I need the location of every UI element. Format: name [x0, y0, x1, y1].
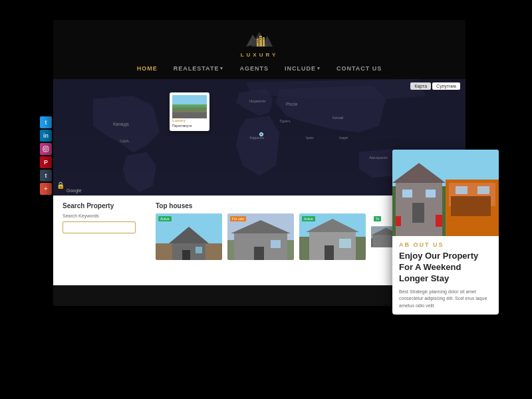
map-popup-title: Luxury	[172, 118, 207, 122]
svg-text:Норвегія: Норвегія	[249, 99, 265, 103]
pinterest-button[interactable]: P	[40, 156, 52, 168]
map-controls: Карта Супутник	[410, 82, 460, 90]
svg-rect-45	[325, 245, 334, 260]
svg-rect-46	[339, 239, 351, 248]
google-label: Google	[66, 188, 82, 193]
svg-text:Канада: Канада	[113, 122, 129, 127]
linkedin-button[interactable]: in	[40, 130, 52, 142]
svg-rect-9	[257, 40, 258, 41]
search-section: Search Property Search Keywords	[63, 202, 142, 260]
svg-rect-64	[451, 196, 491, 216]
about-card-body: AB OUT US Enjoy Our Property For A Weeke…	[392, 236, 499, 315]
house-card-2[interactable]: For sale	[227, 213, 294, 260]
twitter-button[interactable]: t	[40, 116, 52, 128]
nav-realestate[interactable]: REALESTATE ▾	[174, 65, 224, 72]
nav-home[interactable]: HOME	[137, 65, 158, 72]
search-title: Search Property	[63, 202, 142, 209]
svg-rect-39	[254, 247, 264, 260]
svg-rect-60	[446, 150, 499, 184]
svg-rect-12	[260, 39, 261, 40]
instagram-button[interactable]	[40, 143, 52, 155]
house-card-1[interactable]: Active	[156, 213, 222, 260]
svg-rect-14	[263, 39, 264, 39]
house-badge-3: Active	[302, 216, 315, 221]
svg-rect-13	[261, 37, 262, 38]
about-description: Best Strategic planning dolor sit amet c…	[399, 289, 492, 310]
map-pin-secondary	[259, 132, 263, 136]
svg-rect-66	[477, 186, 489, 194]
svg-rect-11	[260, 37, 261, 38]
svg-text:США: США	[120, 139, 129, 143]
house-badge-2: For sale	[230, 216, 246, 221]
svg-rect-57	[412, 203, 424, 223]
svg-text:Китай: Китай	[332, 116, 343, 120]
about-heading: Enjoy Our Property For A Weekend Longer …	[399, 251, 492, 285]
lock-icon: 🔒	[57, 182, 65, 189]
site-header: LUXURY HOME REALESTATE ▾ AGENTS INCLUDE …	[53, 20, 466, 79]
svg-text:Африка: Африка	[249, 136, 264, 140]
about-section-label: AB OUT US	[399, 241, 492, 248]
svg-text:Туреч.: Туреч.	[279, 119, 291, 123]
svg-rect-59	[436, 215, 442, 227]
search-keyword-label: Search Keywords	[63, 213, 142, 218]
tumblr-button[interactable]: t	[40, 170, 52, 182]
map-btn-karta[interactable]: Карта	[410, 82, 431, 90]
house-card-3[interactable]: Active	[299, 213, 366, 260]
house-badge-4: To	[374, 216, 381, 221]
search-input[interactable]	[63, 221, 136, 233]
svg-text:Росія: Росія	[286, 102, 297, 106]
svg-rect-10	[257, 42, 258, 43]
include-arrow: ▾	[317, 66, 321, 71]
svg-rect-58	[396, 216, 401, 226]
svg-rect-55	[402, 190, 412, 198]
nav-include[interactable]: INCLUDE ▾	[285, 65, 321, 72]
about-right-image	[446, 150, 499, 236]
svg-text:Індія: Індія	[339, 136, 348, 140]
about-left-image	[392, 150, 446, 236]
realestate-arrow: ▾	[220, 66, 223, 71]
map-popup[interactable]: Luxury Переглянути	[170, 92, 209, 131]
svg-rect-40	[271, 240, 281, 248]
site-nav: HOME REALESTATE ▾ AGENTS INCLUDE ▾ CONTA…	[53, 62, 466, 75]
nav-contact[interactable]: CONTACT US	[336, 65, 382, 72]
svg-text:Австралія: Австралія	[369, 156, 388, 160]
map-btn-satellite[interactable]: Супутник	[432, 82, 460, 90]
about-card-images	[392, 150, 499, 236]
social-sidebar: t in P t +	[40, 116, 52, 195]
logo-text: LUXURY	[241, 52, 279, 58]
map-popup-text: Переглянути	[172, 124, 207, 128]
svg-rect-65	[456, 186, 467, 194]
svg-rect-34	[196, 247, 202, 253]
logo-area: LUXURY	[53, 27, 466, 58]
svg-rect-33	[182, 250, 190, 260]
map-popup-image	[172, 95, 207, 118]
svg-rect-56	[426, 190, 436, 198]
about-us-card[interactable]: AB OUT US Enjoy Our Property For A Weeke…	[392, 150, 499, 315]
googleplus-button[interactable]: +	[40, 183, 52, 195]
svg-text:Іран: Іран	[306, 136, 314, 140]
svg-point-2	[47, 147, 48, 148]
nav-agents[interactable]: AGENTS	[239, 65, 269, 72]
svg-point-1	[45, 148, 47, 150]
house-badge-1: Active	[158, 216, 172, 221]
logo-icon	[246, 27, 273, 51]
